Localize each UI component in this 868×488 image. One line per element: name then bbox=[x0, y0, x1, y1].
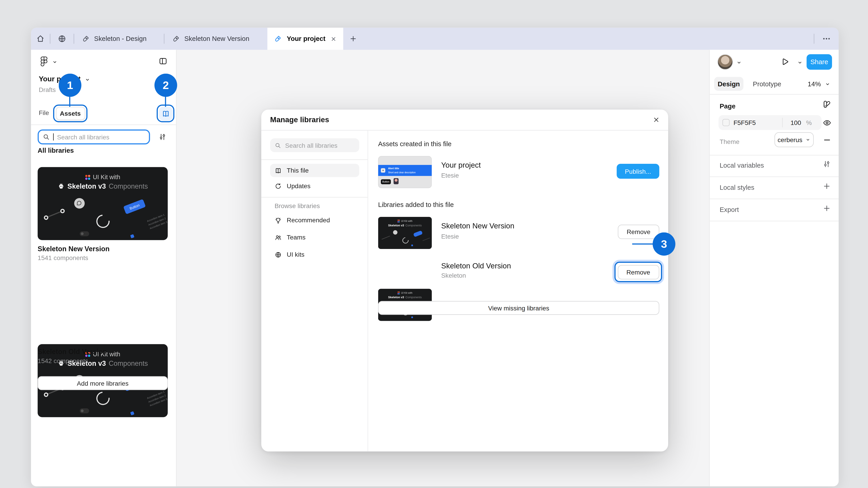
slider-shape bbox=[45, 210, 65, 219]
remove-theme-minus-icon[interactable] bbox=[823, 135, 831, 144]
divider bbox=[710, 176, 839, 177]
annotation-connector-2 bbox=[165, 96, 166, 107]
window-menu-button[interactable] bbox=[814, 28, 839, 50]
chevron-down-icon[interactable] bbox=[736, 60, 742, 65]
publish-button[interactable]: Publish... bbox=[617, 164, 659, 179]
community-button[interactable] bbox=[51, 28, 74, 50]
accordion-shapes: Accordion item 1Accordion item 2Accordio… bbox=[147, 390, 168, 408]
tab-label: Your project bbox=[287, 35, 326, 42]
nav-label: UI kits bbox=[287, 251, 305, 258]
nav-label: This file bbox=[287, 167, 309, 174]
library-count: 1541 components bbox=[38, 255, 88, 261]
nav-item-this-file[interactable]: This file bbox=[270, 164, 359, 177]
tab-skeleton-design[interactable]: Skeleton - Design bbox=[74, 28, 164, 50]
modal-close-icon[interactable] bbox=[653, 116, 660, 123]
chevron-down-icon[interactable] bbox=[825, 81, 830, 87]
tab-skeleton-new-version[interactable]: Skeleton New Version bbox=[164, 28, 268, 50]
checkbox-shape bbox=[411, 316, 413, 318]
nav-label: Teams bbox=[287, 234, 306, 240]
field-divider bbox=[782, 118, 782, 127]
add-more-libraries-button[interactable]: Add more libraries bbox=[38, 376, 168, 390]
card-kicker: UI Kit with bbox=[38, 174, 168, 180]
toggle-sidebar-button[interactable] bbox=[158, 57, 168, 66]
new-tab-button[interactable] bbox=[343, 28, 363, 50]
add-export-plus-icon[interactable] bbox=[823, 204, 831, 213]
tab-file[interactable]: File bbox=[39, 109, 49, 116]
library-card-new-version[interactable]: UI Kit with Skeleton v3Components Button… bbox=[38, 167, 168, 240]
user-avatar[interactable] bbox=[717, 54, 733, 70]
theme-label: Theme bbox=[720, 138, 740, 145]
toggle-shape bbox=[80, 408, 89, 413]
library-row-name: Skeleton Old Version bbox=[441, 262, 511, 270]
nav-item-ui-kits[interactable]: UI kits bbox=[270, 248, 359, 261]
card-kicker: UI Kit with bbox=[378, 292, 432, 294]
divider bbox=[710, 199, 839, 199]
color-hex-value[interactable]: F5F5F5 bbox=[734, 119, 782, 126]
browse-libraries-header: Browse libraries bbox=[275, 202, 320, 209]
figma-logo-icon bbox=[40, 56, 48, 68]
book-open-icon bbox=[161, 109, 170, 118]
modal-nav: This file Updates Browse libraries Recom… bbox=[261, 130, 368, 452]
accordion-shapes: Accordion item 1Accordion item 2Accordio… bbox=[147, 213, 168, 230]
assets-tab-label: Assets bbox=[60, 110, 81, 117]
library-row-name: Skeleton New Version bbox=[441, 222, 514, 230]
modal-search-field[interactable] bbox=[270, 138, 359, 152]
export-label: Export bbox=[720, 206, 739, 214]
modal-search-input[interactable] bbox=[285, 142, 351, 149]
tab-prototype[interactable]: Prototype bbox=[753, 80, 781, 88]
library-row-owner: Etesie bbox=[441, 233, 459, 239]
nav-item-recommended[interactable]: Recommended bbox=[270, 214, 359, 227]
tab-assets[interactable]: Assets bbox=[56, 107, 85, 120]
chevron-down-icon[interactable] bbox=[85, 77, 90, 82]
users-icon bbox=[275, 234, 282, 241]
library-row-owner: Skeleton bbox=[441, 272, 466, 279]
opacity-value[interactable]: 100 bbox=[790, 119, 801, 126]
globe-icon bbox=[275, 251, 282, 258]
spinner-shape bbox=[401, 236, 410, 245]
figma-file-icon-active bbox=[274, 35, 282, 42]
slider-shape bbox=[381, 236, 390, 239]
divider bbox=[31, 125, 176, 125]
close-tab-icon[interactable] bbox=[331, 36, 337, 42]
view-missing-libraries-button[interactable]: View missing libraries bbox=[378, 301, 659, 315]
modal-content: Assets created in this file Alert title … bbox=[369, 130, 668, 452]
home-icon bbox=[36, 34, 45, 43]
search-input[interactable] bbox=[57, 133, 140, 140]
assets-created-header: Assets created in this file bbox=[378, 140, 452, 148]
tab-your-project[interactable]: Your project bbox=[268, 28, 343, 50]
nav-item-teams[interactable]: Teams bbox=[270, 231, 359, 244]
divider bbox=[261, 197, 368, 197]
add-style-plus-icon[interactable] bbox=[823, 182, 831, 191]
left-sidebar: Your project Drafts File Assets bbox=[31, 50, 177, 486]
card-title-line: Skeleton v3Components bbox=[378, 295, 432, 299]
main-menu[interactable] bbox=[40, 56, 57, 68]
tab-label: Skeleton - Design bbox=[94, 35, 147, 42]
filter-sliders-icon[interactable] bbox=[158, 133, 166, 141]
zoom-level[interactable]: 14% bbox=[808, 80, 821, 88]
right-sidebar: Share Design Prototype 14% Page F5F5F5 1… bbox=[709, 50, 839, 486]
chevron-down-icon[interactable] bbox=[797, 60, 803, 65]
visibility-eye-icon[interactable] bbox=[823, 119, 831, 127]
library-search-field[interactable] bbox=[38, 129, 150, 144]
variables-sliders-icon[interactable] bbox=[823, 160, 831, 168]
panel-left-icon bbox=[158, 57, 168, 66]
ellipsis-icon bbox=[822, 34, 831, 43]
libraries-added-header: Libraries added to this file bbox=[378, 201, 454, 208]
thumb-alert-banner: Alert title Short and clear description bbox=[378, 165, 432, 176]
color-swatch[interactable] bbox=[722, 119, 730, 126]
open-libraries-button[interactable] bbox=[159, 106, 173, 120]
nav-label: Updates bbox=[287, 183, 311, 189]
share-button[interactable]: Share bbox=[807, 54, 832, 70]
avatar-shape bbox=[393, 230, 398, 235]
nav-item-updates[interactable]: Updates bbox=[270, 179, 359, 193]
remove-button[interactable]: Remove bbox=[618, 225, 659, 239]
assets-tab-annotation-ring: Assets bbox=[53, 105, 88, 122]
tab-design[interactable]: Design bbox=[714, 77, 743, 91]
swatch-book-icon[interactable] bbox=[822, 100, 832, 109]
theme-dropdown[interactable]: cerberus bbox=[774, 132, 814, 147]
browser-tabbar: Skeleton - Design Skeleton New Version Y… bbox=[31, 28, 839, 50]
home-button[interactable] bbox=[31, 28, 50, 50]
remove-button[interactable]: Remove bbox=[618, 265, 659, 279]
present-play-icon[interactable] bbox=[780, 57, 789, 66]
file-location[interactable]: Drafts bbox=[39, 86, 56, 93]
